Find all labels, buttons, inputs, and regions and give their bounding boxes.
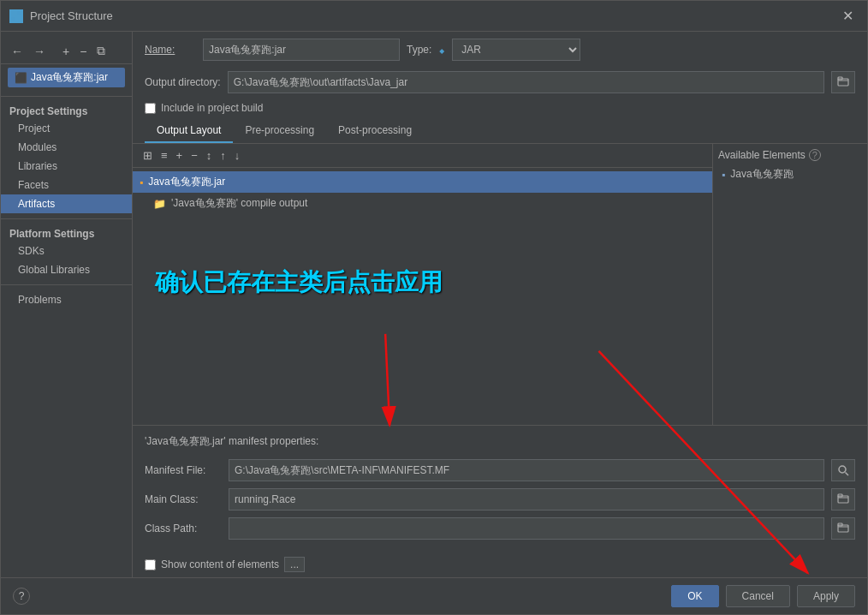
type-select[interactable]: JAR bbox=[452, 39, 580, 61]
back-button[interactable]: ← bbox=[8, 42, 27, 60]
forward-button[interactable]: → bbox=[30, 42, 49, 60]
class-path-label: Class Path: bbox=[145, 522, 222, 534]
ok-button[interactable]: OK bbox=[671, 585, 718, 607]
artifact-compile-label: 'Java龟兔赛跑' compile output bbox=[171, 196, 307, 211]
manifest-title: 'Java龟兔赛跑.jar' manifest properties: bbox=[145, 434, 855, 449]
sidebar-item-libraries[interactable]: Libraries bbox=[1, 157, 132, 176]
project-structure-dialog: Project Structure ✕ ← → + − ⧉ ⬛ Java龟兔赛跑… bbox=[0, 0, 868, 615]
bottom-bar: ? OK Cancel Apply bbox=[1, 577, 867, 614]
output-dir-input[interactable] bbox=[228, 71, 824, 93]
dialog-title: Project Structure bbox=[30, 9, 113, 22]
cancel-button[interactable]: Cancel bbox=[726, 585, 790, 607]
add-artifact-button[interactable]: + bbox=[59, 42, 73, 60]
bottom-options-row: Show content of elements ... bbox=[133, 552, 867, 577]
name-type-row: Name: Type: ⬥ JAR bbox=[133, 32, 867, 68]
svg-point-6 bbox=[839, 466, 846, 473]
bottom-bar-right: OK Cancel Apply bbox=[671, 585, 855, 607]
manifest-browse-button[interactable] bbox=[831, 459, 855, 481]
name-label: Name: bbox=[145, 44, 196, 56]
manifest-file-input[interactable] bbox=[229, 459, 824, 481]
available-help-icon: ? bbox=[809, 149, 821, 161]
project-settings-label: Project Settings bbox=[1, 102, 132, 119]
available-module-item[interactable]: ▪ Java龟兔赛跑 bbox=[718, 164, 862, 184]
manifest-file-row: Manifest File: bbox=[145, 456, 855, 485]
class-path-row: Class Path: bbox=[145, 514, 855, 543]
artifact-list: ▪ Java龟兔赛跑.jar 📁 'Java龟兔赛跑' compile outp… bbox=[133, 168, 712, 425]
app-icon bbox=[9, 9, 23, 23]
selected-jar-icon: ⬛ bbox=[15, 72, 27, 84]
jar-icon: ▪ bbox=[140, 176, 143, 188]
tab-postprocessing[interactable]: Post-processing bbox=[326, 119, 424, 143]
close-button[interactable]: ✕ bbox=[837, 6, 859, 26]
help-button[interactable]: ? bbox=[13, 588, 30, 605]
artifact-up-btn[interactable]: ↑ bbox=[217, 147, 229, 164]
artifact-jar-item[interactable]: ▪ Java龟兔赛跑.jar bbox=[133, 171, 712, 193]
svg-line-7 bbox=[846, 473, 849, 476]
module-icon: ▪ bbox=[722, 169, 725, 181]
dots-button[interactable]: ... bbox=[284, 557, 305, 572]
main-area: ← → + − ⧉ ⬛ Java龟兔赛跑:jar Project Setting… bbox=[1, 32, 867, 577]
class-path-browse-button[interactable] bbox=[831, 517, 855, 540]
artifact-sort-btn[interactable]: ≡ bbox=[158, 147, 171, 164]
include-in-build-row: Include in project build bbox=[133, 97, 867, 119]
class-path-input[interactable] bbox=[229, 517, 824, 540]
svg-rect-3 bbox=[17, 17, 21, 21]
main-class-row: Main Class: bbox=[145, 485, 855, 514]
artifact-add-btn[interactable]: + bbox=[173, 147, 187, 164]
remove-artifact-button[interactable]: − bbox=[76, 42, 90, 60]
svg-rect-2 bbox=[11, 17, 15, 21]
sidebar-item-problems[interactable]: Problems bbox=[1, 290, 132, 309]
sidebar-item-global-libraries[interactable]: Global Libraries bbox=[1, 260, 132, 279]
output-directory-row: Output directory: bbox=[133, 68, 867, 97]
compile-folder-icon: 📁 bbox=[153, 198, 166, 210]
artifact-area: ⊞ ≡ + − ↕ ↑ ↓ ▪ Java龟兔赛跑.jar bbox=[133, 144, 867, 425]
artifact-compile-output-item[interactable]: 📁 'Java龟兔赛跑' compile output bbox=[133, 193, 712, 214]
svg-rect-1 bbox=[17, 11, 21, 15]
artifact-down-btn[interactable]: ↓ bbox=[231, 147, 244, 164]
apply-button[interactable]: Apply bbox=[797, 585, 855, 607]
artifact-tree: ⊞ ≡ + − ↕ ↑ ↓ ▪ Java龟兔赛跑.jar bbox=[133, 144, 713, 425]
main-class-label: Main Class: bbox=[145, 493, 222, 505]
copy-artifact-button[interactable]: ⧉ bbox=[93, 42, 109, 60]
show-content-label: Show content of elements bbox=[161, 558, 279, 570]
artifact-remove-btn[interactable]: − bbox=[187, 147, 201, 164]
type-label: Type: bbox=[407, 44, 431, 56]
tab-output-layout[interactable]: Output Layout bbox=[145, 119, 233, 143]
sidebar-item-sdks[interactable]: SDKs bbox=[1, 242, 132, 260]
svg-rect-0 bbox=[11, 11, 15, 15]
type-icon: ⬥ bbox=[438, 43, 445, 57]
artifact-jar-label: Java龟兔赛跑.jar bbox=[148, 175, 225, 189]
sidebar: ← → + − ⧉ ⬛ Java龟兔赛跑:jar Project Setting… bbox=[1, 32, 133, 577]
main-class-input[interactable] bbox=[229, 488, 824, 511]
selected-artifact-label[interactable]: Java龟兔赛跑:jar bbox=[31, 70, 108, 85]
sidebar-nav-bar: ← → + − ⧉ bbox=[1, 39, 132, 64]
content-panel: Name: Type: ⬥ JAR Output directory: bbox=[133, 32, 867, 577]
tab-preprocessing[interactable]: Pre-processing bbox=[233, 119, 326, 143]
output-dir-label: Output directory: bbox=[145, 76, 221, 88]
tabs-row: Output Layout Pre-processing Post-proces… bbox=[133, 119, 867, 144]
show-content-checkbox[interactable] bbox=[145, 559, 156, 570]
main-class-browse-button[interactable] bbox=[831, 488, 855, 511]
include-in-build-checkbox[interactable] bbox=[145, 103, 156, 114]
sidebar-item-artifacts[interactable]: Artifacts bbox=[1, 194, 132, 213]
bottom-bar-left: ? bbox=[13, 588, 30, 605]
sidebar-item-project[interactable]: Project bbox=[1, 119, 132, 138]
artifact-tree-toolbar: ⊞ ≡ + − ↕ ↑ ↓ bbox=[133, 144, 712, 168]
available-elements-panel: Available Elements ? ▪ Java龟兔赛跑 bbox=[713, 144, 867, 425]
available-elements-label: Available Elements ? bbox=[718, 149, 862, 161]
manifest-file-label: Manifest File: bbox=[145, 464, 222, 476]
manifest-section: 'Java龟兔赛跑.jar' manifest properties: Mani… bbox=[133, 425, 867, 552]
sidebar-item-modules[interactable]: Modules bbox=[1, 138, 132, 157]
include-in-build-label: Include in project build bbox=[161, 102, 263, 114]
title-bar: Project Structure ✕ bbox=[1, 1, 867, 32]
artifact-reorder-btn[interactable]: ↕ bbox=[203, 147, 216, 164]
sidebar-item-facets[interactable]: Facets bbox=[1, 176, 132, 194]
platform-settings-label: Platform Settings bbox=[1, 224, 132, 242]
artifact-layout-btn[interactable]: ⊞ bbox=[140, 147, 156, 164]
output-dir-browse-button[interactable] bbox=[831, 71, 855, 93]
name-input[interactable] bbox=[203, 39, 400, 61]
title-bar-left: Project Structure bbox=[9, 9, 113, 23]
